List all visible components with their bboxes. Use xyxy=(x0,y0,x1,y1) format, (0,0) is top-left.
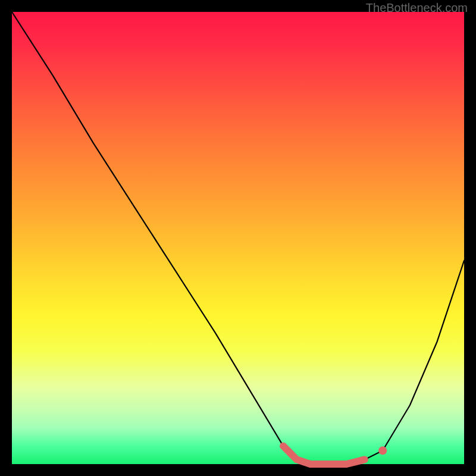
chart-container: TheBottleneck.com xyxy=(0,0,476,476)
highlight-dot-point xyxy=(378,446,387,455)
highlight-segment-line xyxy=(283,446,365,464)
watermark-text: TheBottleneck.com xyxy=(366,1,468,15)
bottleneck-curve-line xyxy=(12,12,464,464)
chart-svg xyxy=(12,12,464,464)
plot-area xyxy=(12,12,464,464)
